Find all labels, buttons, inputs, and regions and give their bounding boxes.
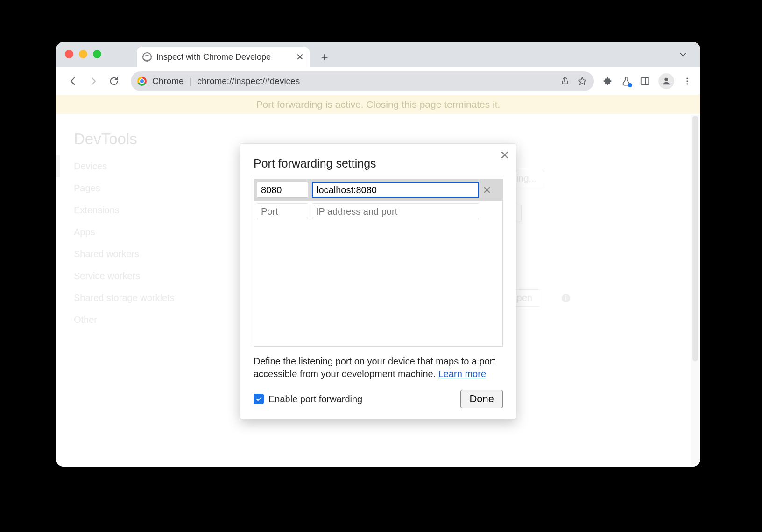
rules-list: ×	[254, 179, 503, 347]
new-rule-port-input[interactable]	[257, 203, 308, 219]
chrome-menu-icon[interactable]	[683, 77, 692, 86]
modal-close-icon[interactable]	[500, 150, 509, 160]
rule-address-input[interactable]	[312, 182, 479, 198]
minimize-window-button[interactable]	[79, 50, 87, 58]
rule-row-template: ×	[254, 201, 502, 222]
port-forwarding-modal: Port forwarding settings ×	[240, 144, 516, 419]
modal-footer: Enable port forwarding Done	[254, 390, 503, 408]
close-window-button[interactable]	[65, 50, 73, 58]
url-separator: |	[190, 76, 192, 86]
rule-remove-icon[interactable]	[483, 186, 500, 194]
toolbar-right	[602, 73, 692, 89]
new-tab-button[interactable]: +	[315, 48, 334, 66]
svg-point-5	[686, 83, 688, 84]
enable-port-forwarding-label: Enable port forwarding	[268, 394, 362, 405]
svg-point-4	[686, 80, 688, 82]
tabs-dropdown-icon[interactable]	[678, 49, 688, 60]
checkbox-icon	[254, 394, 264, 404]
modal-title: Port forwarding settings	[254, 157, 503, 170]
svg-point-3	[686, 77, 688, 79]
side-panel-icon[interactable]	[640, 76, 650, 86]
share-icon[interactable]	[560, 76, 570, 86]
window-controls	[65, 50, 101, 58]
rule-port-input[interactable]	[257, 182, 308, 198]
chrome-window: Inspect with Chrome Develope ✕ + Chrome …	[56, 42, 700, 467]
extensions-icon[interactable]	[602, 76, 613, 86]
modal-description: Define the listening port on your device…	[254, 355, 503, 380]
reload-button[interactable]	[106, 73, 122, 90]
address-bar[interactable]: Chrome | chrome://inspect/#devices	[131, 71, 594, 91]
chrome-logo-icon	[137, 77, 147, 86]
rule-row	[254, 179, 502, 201]
url-path: chrome://inspect/#devices	[198, 76, 300, 86]
enable-port-forwarding-checkbox[interactable]: Enable port forwarding	[254, 394, 362, 405]
learn-more-link[interactable]: Learn more	[438, 369, 486, 379]
url-host: Chrome	[152, 76, 184, 86]
page-content: DevTools Devices Pages Extensions Apps S…	[56, 114, 700, 467]
close-tab-icon[interactable]: ✕	[296, 51, 304, 63]
svg-point-2	[664, 77, 668, 81]
done-button[interactable]: Done	[460, 390, 503, 408]
bookmark-star-icon[interactable]	[577, 76, 587, 86]
tab-strip: Inspect with Chrome Develope ✕ +	[56, 42, 700, 67]
globe-icon	[142, 52, 152, 62]
info-banner: Port forwarding is active. Closing this …	[56, 95, 700, 114]
tab-title: Inspect with Chrome Develope	[156, 52, 291, 62]
browser-toolbar: Chrome | chrome://inspect/#devices	[56, 67, 700, 95]
fullscreen-window-button[interactable]	[93, 50, 101, 58]
labs-icon[interactable]	[621, 76, 631, 86]
back-button[interactable]	[64, 73, 81, 90]
modal-overlay: Port forwarding settings ×	[56, 114, 700, 467]
svg-rect-0	[641, 77, 649, 84]
profile-avatar[interactable]	[658, 73, 674, 89]
browser-tab[interactable]: Inspect with Chrome Develope ✕	[137, 47, 310, 67]
new-rule-address-input[interactable]	[312, 203, 479, 219]
forward-button[interactable]	[85, 73, 102, 90]
